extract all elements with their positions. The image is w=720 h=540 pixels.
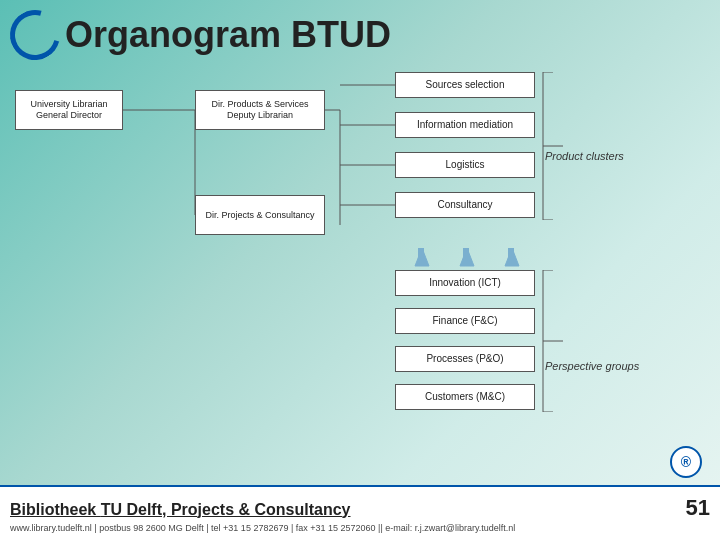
dir-products-box: Dir. Products & Services Deputy Libraria…: [195, 90, 325, 130]
r-logo: ®: [670, 446, 702, 478]
footer-top: Bibliotheek TU Delft, Projects & Consult…: [10, 495, 710, 521]
arrows-up: [400, 228, 540, 268]
sources-selection-box: Sources selection: [395, 72, 535, 98]
svg-rect-14: [508, 248, 514, 266]
information-mediation-box: Information mediation: [395, 112, 535, 138]
svg-rect-10: [418, 248, 424, 266]
header: Organogram BTUD: [10, 10, 391, 60]
footer-title: Bibliotheek TU Delft, Projects & Consult…: [10, 501, 351, 519]
orgchart: University Librarian General Director Di…: [10, 70, 710, 480]
chart-lines: [10, 70, 710, 480]
university-librarian-box: University Librarian General Director: [15, 90, 123, 130]
innovation-box: Innovation (ICT): [395, 270, 535, 296]
footer-page-number: 51: [686, 495, 710, 521]
customers-box: Customers (M&C): [395, 384, 535, 410]
bracket-perspective: [538, 270, 568, 412]
footer: Bibliotheek TU Delft, Projects & Consult…: [0, 485, 720, 540]
consultancy-box: Consultancy: [395, 192, 535, 218]
bracket-product: [538, 72, 568, 220]
dir-projects-box: Dir. Projects & Consultancy: [195, 195, 325, 235]
finance-box: Finance (F&C): [395, 308, 535, 334]
logistics-box: Logistics: [395, 152, 535, 178]
svg-rect-12: [463, 248, 469, 266]
logo-circle: [1, 1, 69, 69]
processes-box: Processes (P&O): [395, 346, 535, 372]
footer-contact: www.library.tudelft.nl | postbus 98 2600…: [10, 523, 710, 533]
footer-title-btud: Bibliotheek TU Delft, Projects & Consult…: [10, 501, 351, 518]
page-title: Organogram BTUD: [65, 14, 391, 56]
